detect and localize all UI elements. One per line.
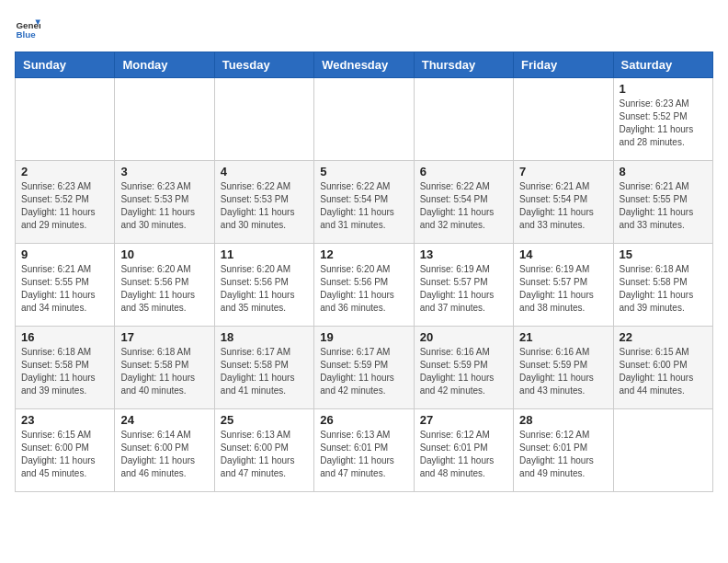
day-info: Sunrise: 6:13 AM Sunset: 6:00 PM Dayligh… <box>221 429 308 480</box>
day-info: Sunrise: 6:19 AM Sunset: 5:57 PM Dayligh… <box>420 263 507 315</box>
week-row-3: 9Sunrise: 6:21 AM Sunset: 5:55 PM Daylig… <box>16 244 713 327</box>
day-number: 13 <box>420 247 507 261</box>
day-number: 8 <box>620 165 707 178</box>
week-row-4: 16Sunrise: 6:18 AM Sunset: 5:58 PM Dayli… <box>16 327 713 409</box>
week-row-5: 23Sunrise: 6:15 AM Sunset: 6:00 PM Dayli… <box>16 409 713 492</box>
day-cell: 20Sunrise: 6:16 AM Sunset: 5:59 PM Dayli… <box>414 327 513 409</box>
day-cell <box>414 78 513 161</box>
day-cell: 6Sunrise: 6:22 AM Sunset: 5:54 PM Daylig… <box>414 161 513 244</box>
weekday-header-saturday: Saturday <box>613 52 712 78</box>
day-cell: 13Sunrise: 6:19 AM Sunset: 5:57 PM Dayli… <box>414 244 513 327</box>
day-cell: 27Sunrise: 6:12 AM Sunset: 6:01 PM Dayli… <box>414 409 513 492</box>
day-number: 17 <box>120 330 208 344</box>
day-cell: 21Sunrise: 6:16 AM Sunset: 5:59 PM Dayli… <box>514 327 613 409</box>
weekday-header-sunday: Sunday <box>16 52 115 78</box>
day-cell <box>16 78 115 161</box>
day-cell: 22Sunrise: 6:15 AM Sunset: 6:00 PM Dayli… <box>613 327 712 409</box>
day-number: 1 <box>620 82 707 96</box>
day-info: Sunrise: 6:23 AM Sunset: 5:53 PM Dayligh… <box>120 180 208 232</box>
day-cell: 9Sunrise: 6:21 AM Sunset: 5:55 PM Daylig… <box>16 244 115 327</box>
day-info: Sunrise: 6:21 AM Sunset: 5:54 PM Dayligh… <box>519 180 607 232</box>
day-info: Sunrise: 6:12 AM Sunset: 6:01 PM Dayligh… <box>519 429 607 480</box>
weekday-header-friday: Friday <box>514 52 613 78</box>
day-number: 27 <box>420 413 507 427</box>
day-number: 24 <box>120 413 208 427</box>
day-info: Sunrise: 6:18 AM Sunset: 5:58 PM Dayligh… <box>21 346 108 397</box>
day-info: Sunrise: 6:22 AM Sunset: 5:53 PM Dayligh… <box>221 180 308 232</box>
day-number: 7 <box>519 165 607 178</box>
day-cell: 24Sunrise: 6:14 AM Sunset: 6:00 PM Dayli… <box>115 409 214 492</box>
weekday-header-monday: Monday <box>115 52 214 78</box>
calendar-table: SundayMondayTuesdayWednesdayThursdayFrid… <box>15 52 713 492</box>
day-cell: 14Sunrise: 6:19 AM Sunset: 5:57 PM Dayli… <box>514 244 613 327</box>
day-cell: 15Sunrise: 6:18 AM Sunset: 5:58 PM Dayli… <box>613 244 712 327</box>
day-cell: 11Sunrise: 6:20 AM Sunset: 5:56 PM Dayli… <box>214 244 313 327</box>
day-cell <box>314 78 414 161</box>
day-number: 6 <box>420 165 507 178</box>
day-number: 14 <box>519 247 607 261</box>
day-cell: 12Sunrise: 6:20 AM Sunset: 5:56 PM Dayli… <box>314 244 414 327</box>
day-cell: 25Sunrise: 6:13 AM Sunset: 6:00 PM Dayli… <box>214 409 313 492</box>
day-info: Sunrise: 6:15 AM Sunset: 6:00 PM Dayligh… <box>620 346 707 397</box>
day-number: 22 <box>620 330 707 344</box>
day-info: Sunrise: 6:15 AM Sunset: 6:00 PM Dayligh… <box>21 429 108 480</box>
day-info: Sunrise: 6:16 AM Sunset: 5:59 PM Dayligh… <box>420 346 507 397</box>
day-cell: 7Sunrise: 6:21 AM Sunset: 5:54 PM Daylig… <box>514 161 613 244</box>
day-number: 3 <box>120 165 208 178</box>
page-header: General Blue <box>15 15 713 40</box>
svg-text:Blue: Blue <box>16 29 36 40</box>
day-number: 28 <box>519 413 607 427</box>
day-cell <box>514 78 613 161</box>
weekday-header-wednesday: Wednesday <box>314 52 414 78</box>
day-info: Sunrise: 6:23 AM Sunset: 5:52 PM Dayligh… <box>620 98 707 149</box>
day-cell: 3Sunrise: 6:23 AM Sunset: 5:53 PM Daylig… <box>115 161 214 244</box>
day-info: Sunrise: 6:21 AM Sunset: 5:55 PM Dayligh… <box>620 180 707 232</box>
day-cell <box>613 409 712 492</box>
weekday-header-tuesday: Tuesday <box>214 52 313 78</box>
day-info: Sunrise: 6:17 AM Sunset: 5:58 PM Dayligh… <box>221 346 308 397</box>
day-number: 10 <box>120 247 208 261</box>
day-info: Sunrise: 6:12 AM Sunset: 6:01 PM Dayligh… <box>420 429 507 480</box>
day-number: 12 <box>320 247 407 261</box>
day-cell: 10Sunrise: 6:20 AM Sunset: 5:56 PM Dayli… <box>115 244 214 327</box>
day-cell <box>214 78 313 161</box>
day-info: Sunrise: 6:22 AM Sunset: 5:54 PM Dayligh… <box>420 180 507 232</box>
day-number: 21 <box>519 330 607 344</box>
day-cell: 2Sunrise: 6:23 AM Sunset: 5:52 PM Daylig… <box>16 161 115 244</box>
day-number: 11 <box>221 247 308 261</box>
day-cell: 4Sunrise: 6:22 AM Sunset: 5:53 PM Daylig… <box>214 161 313 244</box>
day-info: Sunrise: 6:18 AM Sunset: 5:58 PM Dayligh… <box>620 263 707 315</box>
week-row-2: 2Sunrise: 6:23 AM Sunset: 5:52 PM Daylig… <box>16 161 713 244</box>
day-number: 16 <box>21 330 108 344</box>
day-cell: 23Sunrise: 6:15 AM Sunset: 6:00 PM Dayli… <box>16 409 115 492</box>
weekday-header-thursday: Thursday <box>414 52 513 78</box>
day-number: 23 <box>21 413 108 427</box>
logo: General Blue <box>15 15 44 40</box>
day-number: 9 <box>21 247 108 261</box>
day-cell: 26Sunrise: 6:13 AM Sunset: 6:01 PM Dayli… <box>314 409 414 492</box>
day-cell: 1Sunrise: 6:23 AM Sunset: 5:52 PM Daylig… <box>613 78 712 161</box>
day-number: 18 <box>221 330 308 344</box>
day-info: Sunrise: 6:21 AM Sunset: 5:55 PM Dayligh… <box>21 263 108 315</box>
day-info: Sunrise: 6:20 AM Sunset: 5:56 PM Dayligh… <box>320 263 407 315</box>
day-number: 19 <box>320 330 407 344</box>
day-info: Sunrise: 6:22 AM Sunset: 5:54 PM Dayligh… <box>320 180 407 232</box>
day-info: Sunrise: 6:19 AM Sunset: 5:57 PM Dayligh… <box>519 263 607 315</box>
day-cell: 28Sunrise: 6:12 AM Sunset: 6:01 PM Dayli… <box>514 409 613 492</box>
logo-icon: General Blue <box>15 15 40 40</box>
day-cell: 16Sunrise: 6:18 AM Sunset: 5:58 PM Dayli… <box>16 327 115 409</box>
day-cell: 5Sunrise: 6:22 AM Sunset: 5:54 PM Daylig… <box>314 161 414 244</box>
day-info: Sunrise: 6:20 AM Sunset: 5:56 PM Dayligh… <box>120 263 208 315</box>
day-cell: 8Sunrise: 6:21 AM Sunset: 5:55 PM Daylig… <box>613 161 712 244</box>
day-number: 15 <box>620 247 707 261</box>
day-number: 2 <box>21 165 108 178</box>
day-cell: 18Sunrise: 6:17 AM Sunset: 5:58 PM Dayli… <box>214 327 313 409</box>
day-info: Sunrise: 6:17 AM Sunset: 5:59 PM Dayligh… <box>320 346 407 397</box>
weekday-header-row: SundayMondayTuesdayWednesdayThursdayFrid… <box>16 52 713 78</box>
day-number: 20 <box>420 330 507 344</box>
day-number: 25 <box>221 413 308 427</box>
week-row-1: 1Sunrise: 6:23 AM Sunset: 5:52 PM Daylig… <box>16 78 713 161</box>
day-info: Sunrise: 6:13 AM Sunset: 6:01 PM Dayligh… <box>320 429 407 480</box>
day-info: Sunrise: 6:16 AM Sunset: 5:59 PM Dayligh… <box>519 346 607 397</box>
day-number: 4 <box>221 165 308 178</box>
